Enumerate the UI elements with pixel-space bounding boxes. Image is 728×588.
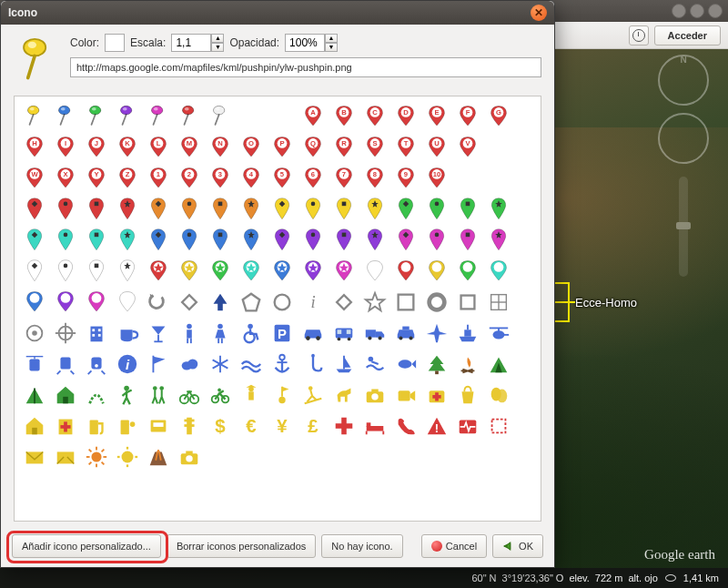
icon-mail[interactable] bbox=[20, 442, 49, 471]
icon-blank[interactable] bbox=[453, 164, 482, 193]
opacity-input[interactable] bbox=[285, 34, 325, 52]
icon-cocktail[interactable] bbox=[144, 319, 173, 348]
icon-stop-outline[interactable] bbox=[391, 288, 420, 317]
icon-star-outline[interactable] bbox=[360, 288, 389, 317]
icon-motorbike[interactable] bbox=[206, 380, 235, 410]
icon-paddle-blank[interactable] bbox=[20, 288, 49, 317]
icon-camera2[interactable] bbox=[175, 442, 204, 471]
icon-truck[interactable] bbox=[360, 319, 389, 348]
icon-grid-scroll[interactable]: ABCDEFGHIJKLMNOPQRSTUVWXYZ12345678910iPi… bbox=[14, 96, 541, 522]
icon-pin-star[interactable] bbox=[237, 195, 266, 224]
icon-snow[interactable] bbox=[206, 350, 235, 379]
icon-rail[interactable] bbox=[51, 350, 80, 379]
zoom-slider[interactable] bbox=[679, 177, 688, 277]
icon-square-dash[interactable] bbox=[484, 411, 513, 441]
icon-crosshair[interactable] bbox=[51, 319, 80, 348]
icon-paddle-blank[interactable] bbox=[82, 288, 111, 317]
icon-target[interactable] bbox=[20, 319, 49, 348]
icon-pin-square[interactable] bbox=[82, 257, 111, 286]
icon-paddle-blank[interactable] bbox=[484, 257, 513, 286]
icon-gas2[interactable] bbox=[113, 411, 142, 441]
icon-warning[interactable]: ! bbox=[422, 411, 451, 441]
icon-pushpin-1[interactable] bbox=[51, 102, 80, 131]
icon-pin-circle[interactable] bbox=[51, 257, 80, 286]
icon-paddle-blank[interactable] bbox=[422, 257, 451, 286]
icon-pin-diamond[interactable] bbox=[391, 226, 420, 255]
icon-paddle-J[interactable]: J bbox=[82, 133, 111, 162]
ok-button[interactable]: OK bbox=[492, 534, 543, 558]
icon-pin-circle[interactable] bbox=[298, 226, 328, 255]
scale-input[interactable] bbox=[171, 34, 211, 52]
icon-paddle-U[interactable]: U bbox=[422, 133, 451, 162]
icon-tower[interactable] bbox=[175, 411, 204, 441]
icon-pin-diamond[interactable] bbox=[20, 195, 49, 224]
pan-ring-icon[interactable] bbox=[658, 113, 709, 164]
icon-pushpin-5[interactable] bbox=[175, 102, 204, 131]
icon-pin-diamond[interactable] bbox=[268, 195, 297, 224]
scale-down-button[interactable]: ▼ bbox=[211, 43, 224, 52]
icon-paddle-P[interactable]: P bbox=[268, 133, 297, 162]
icon-heart-ecg[interactable] bbox=[453, 411, 482, 441]
icon-info-italic[interactable]: i bbox=[298, 288, 328, 317]
icon-undo[interactable] bbox=[144, 288, 173, 317]
icon-pin-square[interactable] bbox=[329, 195, 359, 224]
icon-tree[interactable] bbox=[422, 350, 451, 379]
icon-pin-diamond[interactable] bbox=[20, 226, 49, 255]
icon-phone[interactable] bbox=[391, 411, 420, 441]
icon-tram[interactable] bbox=[20, 350, 49, 379]
icon-pin-diamond[interactable] bbox=[268, 226, 297, 255]
icon-plane[interactable] bbox=[422, 319, 451, 348]
icon-paddle-O[interactable]: O bbox=[237, 133, 266, 162]
icon-arrow[interactable] bbox=[206, 288, 235, 317]
icon-paddle-star[interactable] bbox=[360, 257, 389, 286]
icon-circle-outline[interactable] bbox=[268, 288, 297, 317]
icon-blank[interactable] bbox=[484, 133, 513, 162]
map-nav-controls[interactable] bbox=[652, 55, 715, 277]
icon-paddle-W[interactable]: W bbox=[20, 164, 49, 193]
icon-tent-a[interactable] bbox=[484, 350, 513, 379]
icon-pushpin-4[interactable] bbox=[144, 102, 173, 131]
icon-pushpin-6[interactable] bbox=[206, 102, 235, 131]
icon-pin-square[interactable] bbox=[453, 226, 482, 255]
icon-cloud[interactable] bbox=[175, 350, 204, 379]
icon-anchor[interactable] bbox=[268, 350, 297, 379]
icon-paddle-X[interactable]: X bbox=[51, 164, 80, 193]
icon-pin-square[interactable] bbox=[82, 195, 111, 224]
icon-hook[interactable] bbox=[298, 350, 328, 379]
icon-paddle-7[interactable]: 7 bbox=[329, 164, 359, 193]
icon-restroom-m[interactable] bbox=[175, 319, 204, 348]
icon-volcano[interactable] bbox=[144, 442, 173, 471]
add-custom-icon-button[interactable]: Añadir icono personalizado... bbox=[12, 534, 161, 558]
icon-paddle-blank[interactable] bbox=[453, 257, 482, 286]
icon-paddle-blank[interactable] bbox=[51, 288, 80, 317]
icon-dollar[interactable]: $ bbox=[206, 411, 235, 441]
icon-sun2[interactable] bbox=[113, 442, 142, 471]
icon-blank[interactable] bbox=[484, 164, 513, 193]
icon-flag[interactable] bbox=[144, 350, 173, 379]
opacity-down-button[interactable]: ▼ bbox=[325, 43, 338, 52]
icon-building[interactable] bbox=[82, 319, 111, 348]
icon-donut[interactable] bbox=[422, 288, 451, 317]
icon-euro[interactable]: € bbox=[237, 411, 266, 441]
icon-paddle-V[interactable]: V bbox=[453, 133, 482, 162]
icon-firstaid[interactable] bbox=[422, 380, 451, 410]
color-picker[interactable] bbox=[105, 34, 125, 52]
icon-paddle-H[interactable]: H bbox=[20, 133, 49, 162]
icon-paddle-4[interactable]: 4 bbox=[237, 164, 266, 193]
icon-tent[interactable] bbox=[20, 380, 49, 410]
icon-pin-circle[interactable] bbox=[175, 226, 204, 255]
icon-pin-diamond[interactable] bbox=[144, 226, 173, 255]
icon-paddle-2[interactable]: 2 bbox=[175, 164, 204, 193]
minimize-window-icon[interactable] bbox=[672, 4, 686, 18]
icon-url-input[interactable] bbox=[70, 57, 541, 77]
icon-paddle-K[interactable]: K bbox=[113, 133, 142, 162]
icon-paddle-star[interactable] bbox=[206, 257, 235, 286]
icon-paddle-G[interactable]: G bbox=[484, 102, 513, 131]
icon-pin-circle[interactable] bbox=[51, 226, 80, 255]
icon-bus[interactable] bbox=[329, 319, 359, 348]
icon-parking[interactable]: P bbox=[268, 319, 297, 348]
icon-ship[interactable] bbox=[453, 319, 482, 348]
icon-paddle-T[interactable]: T bbox=[391, 133, 420, 162]
icon-paddle-star[interactable] bbox=[144, 257, 173, 286]
icon-paddle-star[interactable] bbox=[329, 257, 359, 286]
